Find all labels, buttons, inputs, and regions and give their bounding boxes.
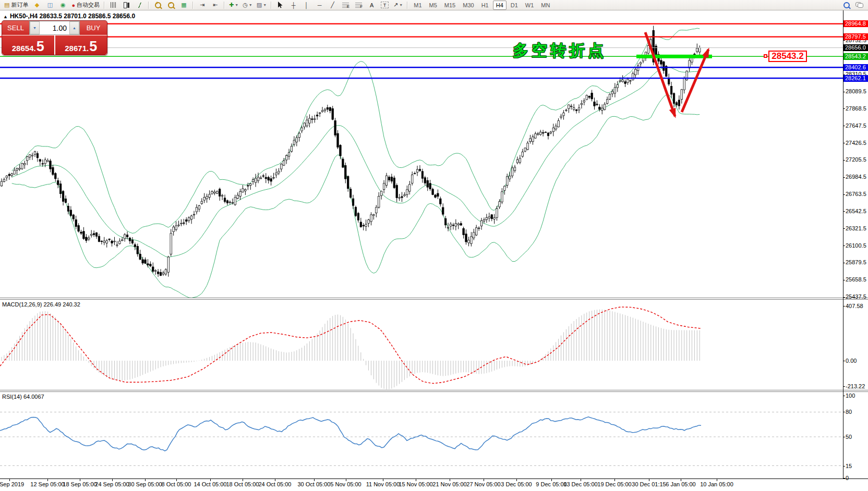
timeframe-m30[interactable]: M30	[460, 1, 477, 10]
search-button[interactable]	[840, 0, 852, 10]
price-tick-label: 27647.5	[846, 122, 866, 129]
bars-icon	[111, 2, 116, 8]
price-badge-28543.2: 28543.2	[843, 53, 868, 60]
cursor-icon	[278, 2, 283, 8]
market-watch-button[interactable]: ◆	[31, 0, 43, 10]
indicator-axis-tick	[843, 466, 845, 467]
timeframe-h1[interactable]: H1	[478, 1, 492, 10]
timeframe-m5[interactable]: M5	[426, 1, 440, 10]
turning-point-annotation[interactable]: 多空转折点	[513, 40, 607, 62]
crosshair-button[interactable]: ┼	[287, 0, 299, 10]
autotrading-button[interactable]: ●自动交易	[70, 0, 101, 10]
line-chart-button[interactable]	[134, 0, 146, 10]
price-tick	[843, 40, 845, 41]
label-icon: T	[381, 2, 389, 8]
bar-chart-button[interactable]	[107, 0, 119, 10]
new-order-button-icon: ▤	[4, 2, 9, 8]
toolbar-group-3: ⇥⇤	[196, 0, 222, 10]
data-window-button[interactable]: ◫	[44, 0, 56, 10]
volume-down-button[interactable]: ▼	[30, 21, 40, 34]
templates-button[interactable]: ▨▼	[255, 0, 268, 10]
timeframe-w1[interactable]: W1	[522, 1, 537, 10]
main-toolbar: ▤新订单◆◫◉●自动交易+−▦⇥⇤✚▼◷▼▨▼┼│─╱EFAT↗▼M1M5M15…	[0, 0, 868, 10]
indicator-axis-label: 407.58	[846, 303, 863, 310]
text-button[interactable]: A	[366, 0, 378, 10]
indicator-axis-label: 80	[846, 409, 852, 415]
price-tick	[843, 126, 845, 126]
timeframe-mn[interactable]: MN	[538, 1, 553, 10]
arrows-button[interactable]: ↗▼	[392, 0, 404, 10]
time-label: 30 Oct 05:00	[298, 481, 331, 487]
navigator-button[interactable]: ◉	[57, 0, 69, 10]
price-tick	[843, 143, 845, 143]
indicator-axis-tick	[843, 437, 845, 437]
candlestick-chart-button[interactable]	[120, 0, 132, 10]
rsi-panel-canvas[interactable]	[0, 392, 843, 478]
timeframe-d1[interactable]: D1	[508, 1, 521, 10]
price-tick-label: 25658.5	[846, 276, 866, 283]
tile-windows-button[interactable]: ▦	[178, 0, 190, 10]
auto-scroll-button[interactable]: ⇥	[196, 0, 208, 10]
timeframe-m1[interactable]: M1	[411, 1, 425, 10]
toolbar-right-group	[840, 0, 866, 10]
price-tick-label: 26984.5	[846, 174, 866, 180]
dropdown-arrow-icon[interactable]: ▼	[399, 3, 403, 7]
chart-window[interactable]: ▲HK50-,H4 28633.5 28701.0 28586.5 28656.…	[0, 10, 868, 491]
buy-price-frac: 5	[89, 41, 97, 53]
toolbar-separator	[104, 2, 105, 9]
dropdown-arrow-icon[interactable]: ▼	[235, 3, 238, 7]
horizontal-line-button[interactable]: ─	[314, 0, 326, 10]
price-tick-label: 26763.5	[846, 191, 866, 198]
toolbar-separator	[407, 2, 408, 9]
dropdown-arrow-icon[interactable]: ▼	[249, 3, 252, 7]
sell-button[interactable]: SELL	[2, 21, 29, 35]
dropdown-arrow-icon[interactable]: ▼	[263, 3, 267, 7]
zoom-out-button[interactable]: −	[165, 0, 177, 10]
price-tick	[843, 108, 845, 109]
text-label-button[interactable]: T	[379, 0, 391, 10]
buy-price[interactable]: 28671.5	[55, 35, 107, 55]
buy-button[interactable]: BUY	[80, 21, 107, 35]
zoom-in-button[interactable]: +	[152, 0, 164, 10]
price-tick-label: 26321.5	[846, 225, 866, 232]
chart-shift-button[interactable]: ⇤	[209, 0, 221, 10]
time-label: 8 Oct 05:00	[162, 481, 191, 487]
candlestick-series	[1, 26, 701, 277]
toolbar-separator	[224, 2, 225, 9]
crosshair-button-icon: ┼	[292, 2, 296, 8]
price-chart-canvas[interactable]	[0, 10, 843, 299]
timeframe-h4[interactable]: H4	[493, 1, 507, 10]
cursor-button[interactable]	[274, 0, 286, 10]
fibonacci-button[interactable]: E	[340, 0, 352, 10]
price-tick-label: 26100.5	[846, 242, 866, 249]
timeframe-m15[interactable]: M15	[441, 1, 459, 10]
channel-button[interactable]: F	[353, 0, 365, 10]
indicator-axis-tick	[843, 306, 845, 306]
rsi-line	[0, 417, 701, 451]
time-label: 12 Sep 05:00	[30, 481, 64, 487]
sell-price[interactable]: 28654.5	[2, 35, 54, 55]
magnifier-icon: −	[168, 2, 174, 8]
price-tick	[843, 263, 845, 263]
price-callout-anchor[interactable]	[764, 54, 767, 58]
market-watch-button-icon: ◆	[35, 2, 39, 8]
symbol-ohlc-readout: ▲HK50-,H4 28633.5 28701.0 28586.5 28656.…	[3, 13, 135, 20]
indicators-button[interactable]: ✚▼	[227, 0, 240, 10]
vertical-line-button[interactable]: │	[300, 0, 312, 10]
time-label: 6 Jan 05:00	[666, 481, 696, 487]
time-label: 11 Nov 05:00	[366, 481, 400, 487]
volume-input[interactable]: 1.00	[40, 21, 69, 34]
periods-button[interactable]: ◷▼	[241, 0, 254, 10]
price-tick	[843, 246, 845, 246]
sell-price-main: 28654	[12, 44, 34, 53]
macd-panel-canvas[interactable]	[0, 300, 843, 390]
price-callout-box[interactable]: 28543.2	[768, 51, 807, 62]
new-order-button[interactable]: ▤新订单	[3, 0, 30, 10]
volume-up-button[interactable]: ▲	[69, 21, 79, 34]
chat-button[interactable]	[853, 0, 865, 10]
new-order-button-label: 新订单	[11, 1, 28, 9]
collapse-icon[interactable]: ▲	[3, 14, 8, 19]
trendline-button[interactable]: ╱	[327, 0, 339, 10]
arrows-button-icon: ↗	[393, 2, 398, 8]
chat-icon	[855, 2, 863, 8]
